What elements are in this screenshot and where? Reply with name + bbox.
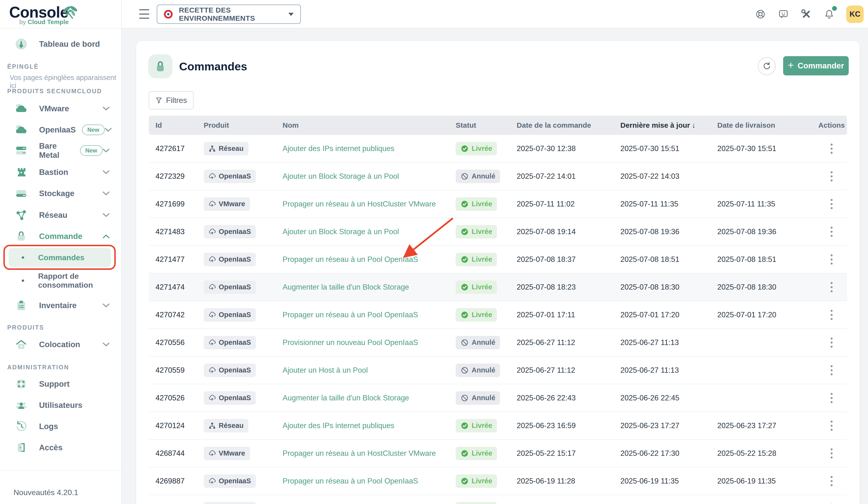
sidebar-item-inventaire[interactable]: Inventaire: [0, 295, 121, 316]
sidebar-item-rapport-consommation[interactable]: Rapport de consommation: [0, 267, 121, 294]
order-name-link[interactable]: Ajouter un Block Storage à un Pool: [282, 172, 399, 180]
tools-icon[interactable]: [800, 8, 812, 20]
row-actions-menu[interactable]: [827, 501, 836, 504]
order-name-link[interactable]: Propager un réseau à un Pool OpenIaaS: [282, 477, 418, 485]
delivery-date: 2025-06-19 11:35: [717, 477, 816, 485]
product-badge: VMware: [204, 447, 250, 460]
cloud-icon: [209, 477, 216, 485]
sidebar-item-label: Tableau de bord: [39, 40, 100, 49]
sidebar-item-vmware[interactable]: VMware: [0, 98, 121, 119]
order-name-link[interactable]: Propager un réseau à un Pool OpenIaaS: [282, 311, 418, 319]
chevron-down-icon: [103, 191, 110, 196]
sidebar-item-support[interactable]: Support: [0, 374, 121, 395]
order-name-link[interactable]: Ajouter un Host à un Pool: [282, 366, 368, 375]
clipboard-icon: [15, 299, 28, 312]
chevron-down-icon: [105, 127, 112, 132]
table-row: 4271699VMwarePropager un réseau à un Hos…: [149, 190, 847, 218]
order-id: 4271477: [149, 255, 204, 264]
order-name-link[interactable]: Augmenter la taille d'un Block Storage: [282, 283, 409, 291]
sidebar-item-bastion[interactable]: Bastion: [0, 162, 121, 183]
sidebar-item-commandes[interactable]: Commandes: [9, 248, 111, 267]
column-header-statut[interactable]: Statut: [456, 121, 517, 129]
filters-button[interactable]: Filtres: [149, 91, 194, 109]
sidebar-item-commande[interactable]: Commande: [0, 226, 121, 247]
sidebar-item-colocation[interactable]: Colocation: [0, 334, 121, 355]
order-name-link[interactable]: Ajouter des IPs internet publiques: [282, 144, 394, 153]
row-actions-menu[interactable]: [827, 363, 836, 378]
row-actions-menu[interactable]: [827, 418, 836, 433]
table-row: 4272617RéseauAjouter des IPs internet pu…: [149, 135, 847, 162]
hamburger-menu-icon[interactable]: [139, 9, 149, 19]
row-actions-menu[interactable]: [827, 141, 836, 156]
lifebuoy-icon: [15, 378, 28, 390]
delivery-date: 2025-07-08 19:36: [717, 228, 816, 236]
row-actions-menu[interactable]: [827, 390, 836, 406]
order-date: 2025-07-08 18:23: [517, 283, 620, 292]
sidebar-item-utilisateurs[interactable]: Utilisateurs: [0, 395, 121, 416]
order-name-link[interactable]: Provisionner un nouveau Pool OpenIaaS: [282, 338, 418, 347]
bullet-icon: [22, 280, 24, 282]
column-header-id[interactable]: Id: [149, 121, 204, 129]
order-name-link[interactable]: Ajouter un Block Storage à un Pool: [282, 228, 399, 236]
row-actions-menu[interactable]: [827, 224, 836, 239]
whats-new-link[interactable]: Nouveautés 4.20.1: [13, 488, 78, 497]
order-name-link[interactable]: Ajouter des IPs internet publiques: [282, 421, 394, 430]
updated-date: 2025-07-30 15:51: [620, 144, 717, 153]
sidebar-item-bare-metal[interactable]: Bare Metal New: [0, 140, 121, 161]
row-actions-menu[interactable]: [827, 252, 836, 267]
order-name-link[interactable]: Propager un réseau à un Pool OpenIaaS: [282, 255, 418, 264]
table-row: 4270559OpenIaaSAjouter un Host à un Pool…: [149, 357, 847, 384]
page-title: Commandes: [179, 60, 247, 73]
row-actions-menu[interactable]: [827, 169, 836, 184]
network-nodes-icon: [15, 209, 28, 221]
help-lifebuoy-icon[interactable]: [755, 8, 766, 20]
order-id: 4270742: [149, 311, 204, 319]
feedback-chat-icon[interactable]: [778, 8, 789, 20]
order-name-link[interactable]: Propager un réseau à un HostCluster VMwa…: [282, 200, 436, 208]
chevron-up-icon: [103, 234, 110, 239]
cloud-icon: [209, 228, 216, 235]
environment-selector[interactable]: RECETTE DES ENVIRONNEMMENTS: [157, 4, 301, 24]
table-row: 4270742OpenIaaSPropager un réseau à un P…: [149, 301, 847, 329]
logo[interactable]: Console by Cloud Temple: [0, 0, 121, 29]
cockade-icon: [164, 10, 173, 19]
order-id: 4269887: [149, 477, 204, 485]
row-actions-menu[interactable]: [827, 474, 836, 489]
sidebar-item-openiaas[interactable]: OpenIaaS New: [0, 119, 121, 140]
notifications-bell-icon[interactable]: [823, 8, 835, 20]
environment-label: RECETTE DES ENVIRONNEMMENTS: [179, 6, 288, 22]
slash-circle-icon: [461, 338, 469, 347]
sidebar-item-logs[interactable]: Logs: [0, 416, 121, 437]
refresh-button[interactable]: [758, 57, 776, 75]
product-badge: OpenIaaS: [204, 170, 256, 183]
slash-circle-icon: [461, 366, 469, 375]
sidebar-item-label: VMware: [39, 104, 69, 113]
avatar[interactable]: KC: [846, 6, 864, 23]
sidebar-item-stockage[interactable]: Stockage: [0, 183, 121, 204]
row-actions-menu[interactable]: [827, 335, 836, 350]
chevron-down-icon: [103, 303, 110, 308]
order-id: 4271483: [149, 228, 204, 236]
row-actions-menu[interactable]: [827, 280, 836, 295]
cloud-icon: [209, 256, 216, 263]
column-header-date-commande[interactable]: Date de la commande: [517, 121, 620, 129]
column-header-derniere-maj[interactable]: Dernière mise à jour↓: [620, 121, 717, 129]
row-actions-menu[interactable]: [827, 446, 836, 461]
sort-arrow-icon: ↓: [692, 121, 695, 129]
sidebar-item-dashboard[interactable]: Tableau de bord: [0, 33, 121, 55]
sidebar-item-acces[interactable]: Accès: [0, 437, 121, 458]
order-button[interactable]: + Commander: [783, 56, 849, 75]
order-date: 2025-07-08 18:37: [517, 255, 620, 264]
column-header-produit[interactable]: Produit: [204, 121, 282, 129]
row-actions-menu[interactable]: [827, 197, 836, 211]
order-name-link[interactable]: Augmenter la taille d'un Block Storage: [282, 393, 409, 402]
sidebar-item-reseau[interactable]: Réseau: [0, 204, 121, 226]
column-header-nom[interactable]: Nom: [282, 121, 456, 129]
order-name-link[interactable]: Propager un réseau à un HostCluster VMwa…: [282, 449, 436, 458]
column-header-actions[interactable]: Actions: [816, 121, 847, 129]
column-header-date-livraison[interactable]: Date de livraison: [717, 121, 816, 129]
row-actions-menu[interactable]: [827, 307, 836, 322]
product-badge: OpenIaaS: [204, 474, 256, 488]
table-row: 4271483OpenIaaSAjouter un Block Storage …: [149, 218, 847, 246]
sidebar-item-label: Bare Metal: [39, 141, 74, 160]
